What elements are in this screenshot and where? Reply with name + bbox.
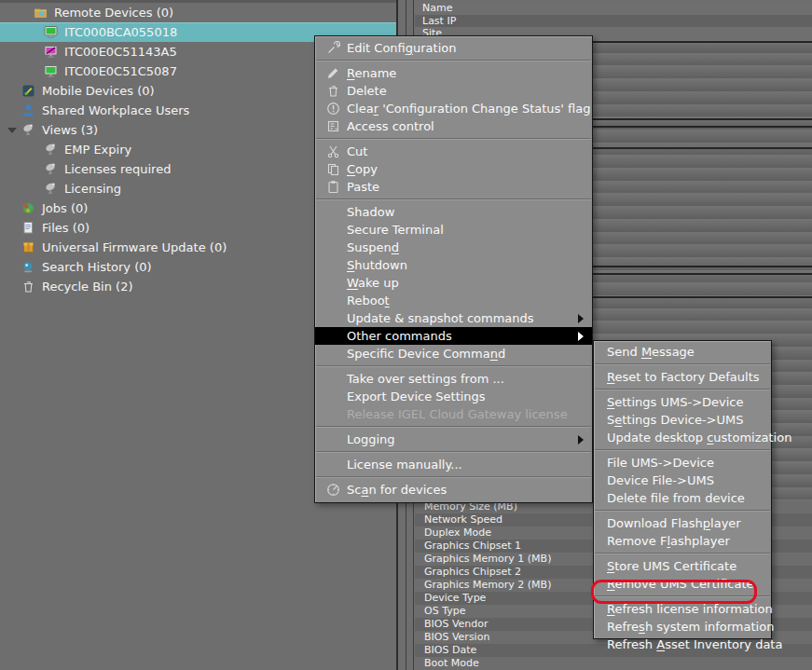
tree-item-remote-devices[interactable]: Remote Devices (0): [0, 3, 396, 22]
submenu-arrow-icon: [578, 314, 584, 323]
submenu-item-label: Device File->UMS: [607, 473, 714, 487]
menu-item-label: Copy: [347, 162, 378, 176]
menu-item-logging[interactable]: Logging: [315, 431, 592, 448]
menu-item-paste[interactable]: Paste: [315, 178, 592, 196]
menu-item-license-manually[interactable]: License manually...: [315, 456, 592, 473]
menu-item-export-device-settings[interactable]: Export Device Settings: [315, 388, 592, 405]
tree-item-label: Licenses required: [64, 162, 171, 176]
menu-item-shutdown[interactable]: Shutdown: [315, 256, 592, 274]
menu-item-label: Reboot: [347, 294, 390, 308]
header-row-last-ip[interactable]: Last IP: [415, 15, 812, 28]
device-context-menu: Edit Configuration Rename Delete Clear '…: [314, 35, 593, 503]
submenu-item-refresh-license-information[interactable]: Refresh license information: [594, 600, 771, 618]
tree-item-label: Licensing: [64, 182, 121, 196]
menu-item-rename[interactable]: Rename: [315, 64, 592, 82]
submenu-item-send-message[interactable]: Send Message: [594, 343, 771, 361]
menu-separator: [595, 553, 770, 554]
menu-item-shadow[interactable]: Shadow: [315, 203, 592, 221]
submenu-item-label: Send Message: [607, 345, 695, 359]
menu-item-delete[interactable]: Delete: [315, 82, 592, 100]
ums-console-window: Name Last IP Site Memory Size (MB) Netwo…: [0, 0, 812, 670]
menu-separator: [316, 198, 591, 200]
submenu-item-file-ums-to-device[interactable]: File UMS->Device: [594, 454, 771, 472]
menu-separator: [316, 60, 591, 62]
table-section-border: [593, 296, 812, 298]
menu-separator: [316, 365, 591, 367]
menu-item-label: License manually...: [347, 458, 462, 472]
tree-item-label: Files (0): [42, 221, 89, 235]
menu-item-release-igel-cloud-gateway-license: Release IGEL Cloud Gateway license: [315, 405, 592, 423]
submenu-item-label: File UMS->Device: [607, 456, 714, 470]
menu-item-label: Cut: [347, 144, 367, 158]
submenu-item-store-ums-certificate[interactable]: Store UMS Certificate: [594, 557, 771, 575]
menu-item-edit-configuration[interactable]: Edit Configuration: [315, 39, 592, 57]
menu-separator: [595, 363, 770, 365]
tree-item-label: ITC00E0C51143A5: [64, 45, 177, 59]
menu-item-secure-terminal[interactable]: Secure Terminal: [315, 221, 592, 239]
menu-item-label: Shutdown: [347, 258, 407, 272]
submenu-item-update-desktop-customization[interactable]: Update desktop customization: [594, 429, 771, 446]
submenu-item-delete-file-from-device[interactable]: Delete file from device: [594, 489, 771, 507]
other-commands-submenu: Send Message Reset to Factory Defaults S…: [593, 340, 772, 639]
tree-item-label: ITC000BCA055018: [64, 25, 177, 39]
paste-icon: [323, 180, 343, 194]
submenu-item-refresh-system-information[interactable]: Refresh system information: [594, 618, 771, 636]
submenu-item-remove-flashplayer[interactable]: Remove Flashplayer: [594, 532, 771, 550]
menu-separator: [316, 476, 591, 478]
header-row-name[interactable]: Name: [415, 2, 812, 15]
menu-item-label: Delete: [347, 84, 387, 98]
menu-item-take-over-settings-from[interactable]: Take over settings from ...: [315, 370, 592, 388]
menu-item-label: Take over settings from ...: [347, 372, 504, 386]
submenu-item-reset-to-factory-defaults[interactable]: Reset to Factory Defaults: [594, 368, 771, 386]
menu-item-suspend[interactable]: Suspend: [315, 239, 592, 256]
menu-item-access-control[interactable]: Access control: [315, 117, 592, 135]
device-online-icon: [44, 64, 58, 78]
tree-item-label: EMP Expiry: [64, 143, 131, 157]
collapse-expander-icon[interactable]: [7, 128, 17, 133]
table-section-border: [593, 273, 812, 275]
tree-item-label: Search History (0): [42, 260, 152, 274]
search-history-icon: [21, 260, 35, 274]
menu-item-reboot[interactable]: Reboot: [315, 292, 592, 309]
jobs-icon: [21, 201, 35, 215]
submenu-item-refresh-asset-inventory-data[interactable]: Refresh Asset Inventory data: [594, 636, 771, 653]
folder-icon: [34, 6, 48, 20]
menu-item-wake-up[interactable]: Wake up: [315, 274, 592, 292]
menu-item-scan-for-devices[interactable]: Scan for devices: [315, 481, 592, 499]
submenu-item-label: Settings Device->UMS: [607, 413, 744, 427]
tree-item-label: Universal Firmware Update (0): [42, 240, 227, 254]
property-row[interactable]: Boot Mode: [415, 657, 812, 670]
menu-item-label: Shadow: [347, 205, 394, 219]
device-details-header: Name Last IP Site: [415, 2, 812, 40]
submenu-item-download-flashplayer[interactable]: Download Flashplayer: [594, 514, 771, 532]
submenu-item-settings-ums-to-device[interactable]: Settings UMS->Device: [594, 393, 771, 411]
menu-item-other-commands[interactable]: Other commands: [315, 327, 592, 345]
submenu-item-label: Refresh Asset Inventory data: [607, 637, 782, 651]
submenu-item-device-file-to-ums[interactable]: Device File->UMS: [594, 472, 771, 489]
menu-item-cut[interactable]: Cut: [315, 143, 592, 160]
menu-separator: [595, 510, 770, 512]
edit-configuration-icon: [323, 41, 343, 55]
menu-item-specific-device-command[interactable]: Specific Device Command: [315, 345, 592, 362]
menu-item-clear-configuration-change-status-flag[interactable]: Clear 'Configuration Change Status' flag: [315, 100, 592, 117]
users-icon: [21, 103, 35, 117]
submenu-item-label: Reset to Factory Defaults: [607, 370, 760, 384]
files-icon: [21, 221, 35, 235]
submenu-item-remove-ums-certificate[interactable]: Remove UMS Certificate: [594, 575, 771, 593]
tree-item-label: Recycle Bin (2): [42, 280, 133, 294]
device-online-icon: [44, 25, 58, 39]
menu-item-label: Other commands: [347, 329, 452, 343]
view-icon: [44, 182, 58, 196]
menu-item-update-snapshot-commands[interactable]: Update & snapshot commands: [315, 309, 592, 327]
menu-item-label: Update & snapshot commands: [347, 311, 534, 325]
menu-item-label: Export Device Settings: [347, 390, 486, 403]
submenu-item-label: Delete file from device: [607, 491, 745, 505]
recycle-bin-icon: [21, 280, 35, 294]
menu-separator: [595, 389, 770, 390]
view-icon: [21, 123, 35, 137]
menu-item-copy[interactable]: Copy: [315, 160, 592, 178]
submenu-item-settings-device-to-ums[interactable]: Settings Device->UMS: [594, 411, 771, 429]
tree-item-label: Views (3): [42, 123, 98, 137]
menu-item-label: Scan for devices: [347, 483, 447, 497]
view-icon: [44, 143, 58, 157]
